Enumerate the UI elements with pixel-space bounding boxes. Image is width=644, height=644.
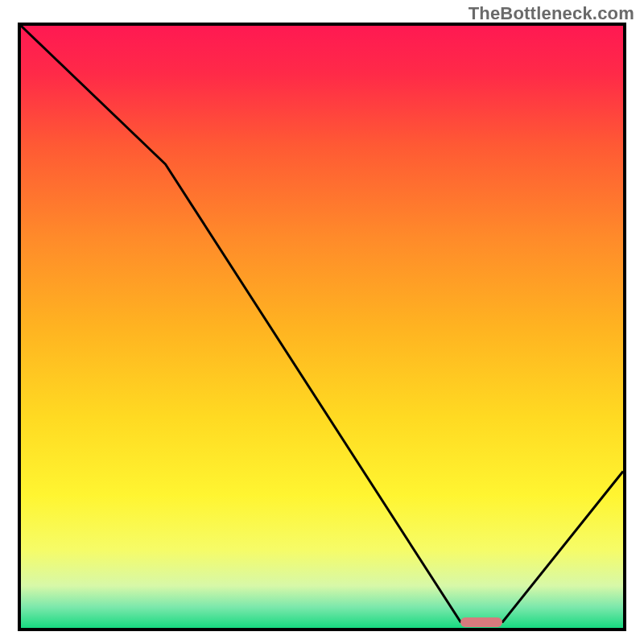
plot-area xyxy=(18,23,626,631)
bottleneck-curve xyxy=(21,26,623,628)
chart-container: TheBottleneck.com xyxy=(0,0,644,644)
optimal-range-marker xyxy=(460,617,502,627)
attribution-label: TheBottleneck.com xyxy=(469,3,634,24)
